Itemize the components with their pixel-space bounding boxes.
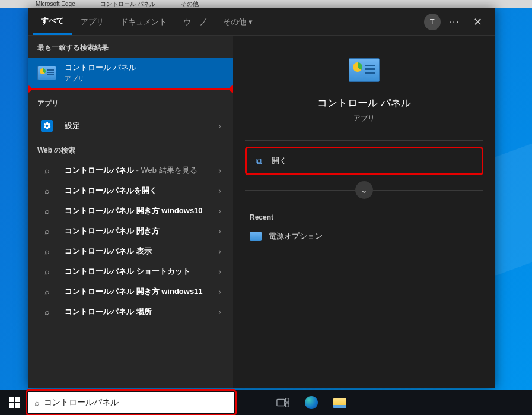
taskbar: ⌕ — [0, 390, 532, 415]
task-view-icon — [276, 397, 289, 408]
recent-header: Recent — [245, 205, 483, 226]
web-result[interactable]: ⌕ コントロールパネル 開き方 windows10 › — [28, 201, 233, 221]
chevron-down-icon: ⌄ — [361, 185, 368, 195]
recent-item[interactable]: 電源オプション — [245, 226, 483, 246]
web-result[interactable]: ⌕ コントロールパネル 表示 › — [28, 241, 233, 261]
svg-rect-1 — [286, 398, 289, 402]
close-button[interactable]: ✕ — [469, 13, 487, 31]
chevron-right-icon: › — [216, 206, 224, 216]
annotation-underline — [28, 88, 233, 90]
chevron-right-icon: › — [216, 226, 224, 236]
detail-title: コントロール パネル — [317, 96, 411, 110]
web-result[interactable]: ⌕ コントロールパネル 場所 › — [28, 302, 233, 322]
detail-subtitle: アプリ — [353, 113, 375, 123]
app-result-settings[interactable]: 設定 › — [28, 113, 233, 138]
search-icon: ⌕ — [37, 307, 56, 316]
web-result[interactable]: ⌕ コントロールパネル - Web 結果を見る › — [28, 160, 233, 180]
search-icon: ⌕ — [37, 166, 56, 175]
web-result[interactable]: ⌕ コントロールパネル ショートカット › — [28, 261, 233, 281]
svg-rect-0 — [277, 400, 285, 406]
recent-item-label: 電源オプション — [269, 231, 323, 242]
chevron-right-icon: › — [216, 267, 224, 276]
search-icon: ⌕ — [37, 226, 56, 236]
tab-all[interactable]: すべて — [33, 8, 72, 35]
web-result[interactable]: ⌕ コントロールパネル 開き方 › — [28, 221, 233, 241]
results-detail-column: コントロール パネル アプリ ⧉ 開く ⌄ Recent 電源オプション — [233, 36, 495, 388]
search-icon: ⌕ — [37, 246, 56, 256]
search-tabs: すべて アプリ ドキュメント ウェブ その他 ▾ T ··· ✕ — [28, 8, 495, 36]
search-input[interactable] — [44, 398, 228, 407]
web-search-header: Web の検索 — [28, 138, 233, 160]
tab-documents[interactable]: ドキュメント — [112, 8, 175, 35]
results-left-column: 最も一致する検索結果 コントロール パネル アプリ アプリ 設定 › We — [28, 36, 233, 388]
open-action[interactable]: ⧉ 開く — [248, 150, 480, 172]
chevron-right-icon: › — [216, 186, 224, 195]
chevron-right-icon: › — [216, 121, 224, 131]
edge-icon — [305, 396, 318, 409]
annotation-open-highlight: ⧉ 開く — [245, 147, 483, 175]
background-window-glimpse: Microsoft Edge コントロール パネル その他 — [0, 0, 532, 8]
start-button[interactable] — [0, 390, 28, 415]
search-results-panel: すべて アプリ ドキュメント ウェブ その他 ▾ T ··· ✕ 最も一致する検… — [28, 8, 495, 388]
web-result[interactable]: ⌕ コントロールパネルを開く › — [28, 180, 233, 201]
best-match-title: コントロール パネル — [65, 62, 224, 73]
control-panel-icon — [37, 65, 56, 81]
chevron-right-icon: › — [216, 246, 224, 256]
control-panel-icon-large — [348, 57, 381, 83]
gear-icon — [37, 118, 56, 134]
best-match-subtitle: アプリ — [65, 74, 224, 83]
chevron-right-icon: › — [216, 166, 224, 175]
tab-apps[interactable]: アプリ — [72, 8, 112, 35]
tab-more[interactable]: その他 ▾ — [215, 8, 261, 35]
best-match-result[interactable]: コントロール パネル アプリ — [28, 58, 233, 88]
app-result-label: 設定 — [65, 121, 208, 131]
power-options-icon — [250, 232, 262, 241]
chevron-right-icon: › — [216, 307, 224, 316]
best-match-header: 最も一致する検索結果 — [28, 36, 233, 58]
search-icon: ⌕ — [34, 398, 39, 407]
more-options-button[interactable]: ··· — [449, 17, 460, 27]
file-explorer-icon — [333, 398, 346, 407]
divider — [245, 140, 483, 141]
open-icon: ⧉ — [254, 156, 265, 166]
chevron-down-icon: ▾ — [249, 17, 253, 26]
tab-web[interactable]: ウェブ — [175, 8, 215, 35]
web-result[interactable]: ⌕ コントロールパネル 開き方 windows11 › — [28, 281, 233, 302]
open-label: 開く — [272, 156, 287, 166]
search-icon: ⌕ — [37, 267, 56, 276]
taskbar-search-box[interactable]: ⌕ — [28, 392, 234, 413]
search-icon: ⌕ — [37, 186, 56, 195]
task-view-button[interactable] — [269, 390, 297, 415]
svg-rect-2 — [286, 403, 289, 407]
search-icon: ⌕ — [37, 287, 56, 296]
expand-actions-button[interactable]: ⌄ — [355, 181, 373, 199]
search-icon: ⌕ — [37, 206, 56, 216]
user-avatar[interactable]: T — [424, 14, 441, 30]
edge-browser-button[interactable] — [298, 390, 325, 415]
windows-logo-icon — [9, 397, 20, 408]
file-explorer-button[interactable] — [326, 390, 353, 415]
chevron-right-icon: › — [216, 287, 224, 296]
apps-header: アプリ — [28, 91, 233, 113]
